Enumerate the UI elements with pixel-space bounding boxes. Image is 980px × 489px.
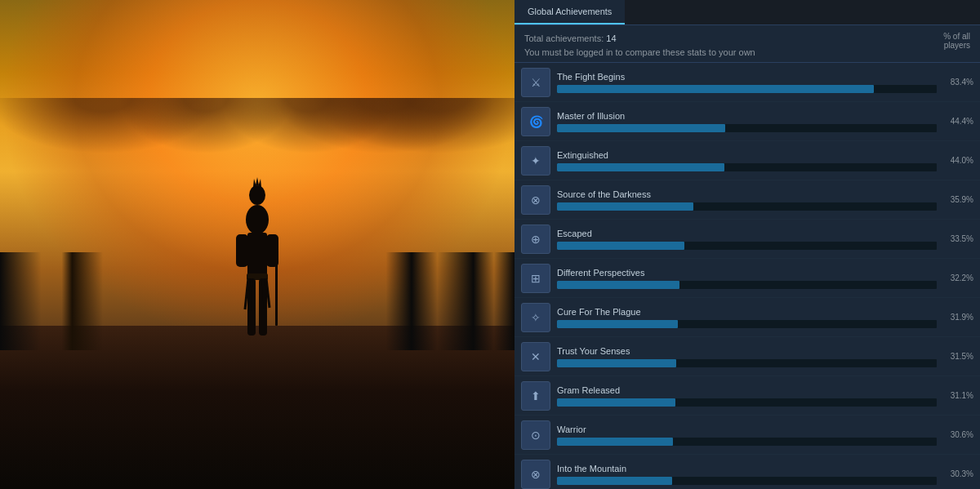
- progress-bar: [557, 202, 693, 211]
- progress-bar: [557, 242, 684, 250]
- achievement-name: Master of Illusion: [557, 111, 937, 121]
- progress-bar-container: [557, 477, 937, 485]
- achievement-content: The Fight Begins: [557, 72, 937, 93]
- achievement-row: ⊙Warrior30.6%: [514, 416, 980, 455]
- achievement-name: Extinguished: [557, 150, 937, 160]
- achievement-percent: 44.0%: [945, 156, 973, 165]
- progress-bar: [557, 398, 675, 407]
- achievements-panel: Global Achievements Total achievements: …: [514, 0, 980, 489]
- achievement-row: 🌀Master of Illusion44.4%: [514, 102, 980, 141]
- achievement-content: Cure For The Plague: [557, 307, 937, 328]
- achievement-content: Source of the Darkness: [557, 189, 937, 211]
- achievement-icon: ⊗: [521, 460, 550, 489]
- achievement-icon: ⊞: [521, 264, 550, 293]
- achievements-list[interactable]: ⚔The Fight Begins83.4%🌀Master of Illusio…: [514, 63, 980, 489]
- achievement-icon: ✦: [521, 146, 550, 176]
- achievement-content: Warrior: [557, 425, 937, 446]
- progress-bar-container: [557, 438, 937, 446]
- progress-bar: [557, 320, 678, 328]
- achievement-row: ⊞Different Perspectives32.2%: [514, 259, 980, 298]
- progress-bar: [557, 85, 874, 93]
- svg-point-0: [246, 205, 269, 234]
- svg-line-14: [263, 278, 265, 309]
- achievement-row: ✦Extinguished44.0%: [514, 141, 980, 180]
- progress-bar: [557, 477, 672, 485]
- total-label: Total achievements:: [524, 33, 604, 43]
- achievement-name: Source of the Darkness: [557, 189, 937, 199]
- achievement-percent: 31.1%: [945, 391, 973, 400]
- achievement-content: Different Perspectives: [557, 268, 937, 289]
- svg-marker-3: [253, 179, 256, 187]
- achievement-row: ✧Cure For The Plague31.9%: [514, 298, 980, 337]
- achievement-name: Warrior: [557, 425, 937, 434]
- progress-bar-container: [557, 242, 937, 250]
- achievement-row: ⚔The Fight Begins83.4%: [514, 63, 980, 102]
- achievement-row: ⬆Gram Released31.1%: [514, 376, 980, 416]
- progress-bar-container: [557, 398, 937, 407]
- svg-rect-11: [275, 252, 278, 326]
- achievement-icon: ⊙: [521, 420, 550, 450]
- progress-bar-container: [557, 359, 937, 367]
- achievement-percent: 31.9%: [945, 313, 973, 322]
- achievement-name: Trust Your Senses: [557, 346, 937, 356]
- achievement-percent: 35.9%: [945, 195, 973, 204]
- achievement-content: Trust Your Senses: [557, 346, 937, 367]
- achievement-icon: ✕: [521, 342, 550, 371]
- svg-marker-2: [256, 177, 259, 185]
- achievement-name: Cure For The Plague: [557, 307, 937, 317]
- achievement-content: Into the Mountain: [557, 464, 937, 485]
- achievement-icon: ⚔: [521, 68, 550, 97]
- achievement-percent: 83.4%: [945, 78, 973, 87]
- svg-marker-4: [258, 179, 261, 187]
- achievement-icon: 🌀: [521, 107, 550, 136]
- tab-global-achievements[interactable]: Global Achievements: [514, 0, 625, 24]
- progress-bar-container: [557, 320, 937, 328]
- progress-bar: [557, 163, 724, 171]
- svg-line-13: [250, 278, 252, 311]
- achievement-name: Gram Released: [557, 385, 937, 395]
- character-silhouette: [225, 171, 290, 350]
- achievement-percent: 33.5%: [945, 234, 973, 243]
- header-info: Total achievements: 14 You must be logge…: [524, 32, 755, 59]
- progress-bar: [557, 124, 725, 132]
- progress-bar: [557, 438, 673, 446]
- svg-rect-6: [236, 234, 248, 267]
- achievement-name: The Fight Begins: [557, 72, 937, 82]
- achievement-icon: ✧: [521, 303, 550, 332]
- achievement-percent: 32.2%: [945, 273, 973, 282]
- svg-point-1: [249, 185, 265, 205]
- progress-bar: [557, 281, 679, 289]
- achievement-name: Into the Mountain: [557, 464, 937, 473]
- progress-bar-container: [557, 163, 937, 171]
- achievement-row: ⊗Source of the Darkness35.9%: [514, 180, 980, 220]
- progress-bar-container: [557, 202, 937, 211]
- login-note: You must be logged in to compare these s…: [524, 47, 755, 57]
- svg-rect-5: [247, 233, 267, 278]
- achievement-percent: 31.5%: [945, 352, 973, 361]
- achievement-icon: ⊕: [521, 224, 550, 254]
- achievement-content: Master of Illusion: [557, 111, 937, 132]
- achievement-content: Escaped: [557, 229, 937, 250]
- progress-bar: [557, 359, 676, 367]
- ground: [0, 326, 514, 489]
- achievement-row: ✕Trust Your Senses31.5%: [514, 337, 980, 376]
- game-screenshot: [0, 0, 514, 489]
- column-header: % of all players: [943, 32, 970, 50]
- achievement-row: ⊕Escaped33.5%: [514, 220, 980, 259]
- progress-bar-container: [557, 281, 937, 289]
- achievement-icon: ⬆: [521, 381, 550, 411]
- achievement-name: Escaped: [557, 229, 937, 238]
- achievement-row: ⊗Into the Mountain30.3%: [514, 455, 980, 489]
- game-background: [0, 0, 514, 489]
- achievement-percent: 44.4%: [945, 117, 973, 126]
- progress-bar-container: [557, 124, 937, 132]
- achievement-name: Different Perspectives: [557, 268, 937, 278]
- achievement-icon: ⊗: [521, 185, 550, 215]
- achievement-content: Gram Released: [557, 385, 937, 407]
- progress-bar-container: [557, 85, 937, 93]
- achievements-header: Total achievements: 14 You must be logge…: [514, 25, 980, 63]
- total-value: 14: [606, 33, 616, 43]
- achievement-content: Extinguished: [557, 150, 937, 171]
- achievement-percent: 30.6%: [945, 430, 973, 439]
- tab-bar: Global Achievements: [514, 0, 980, 25]
